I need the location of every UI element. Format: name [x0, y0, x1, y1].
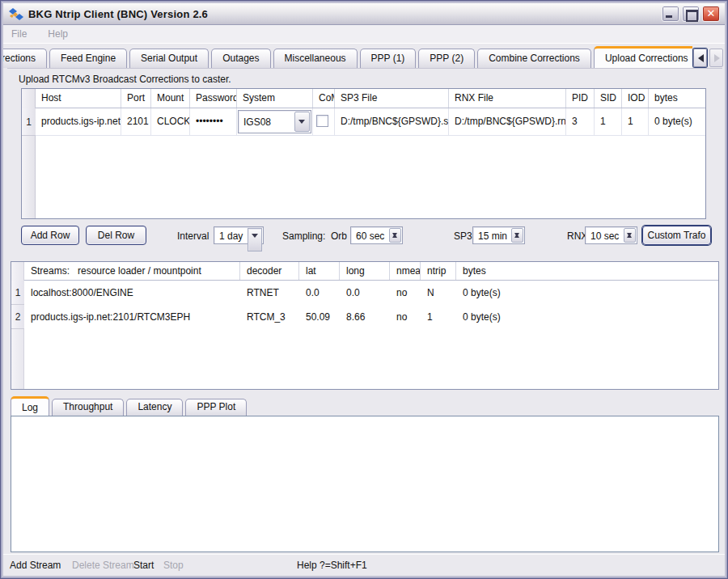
chevron-down-icon [252, 234, 258, 241]
stream-row[interactable]: products.igs-ip.net:2101/RTCM3EPH RTCM_3… [24, 305, 718, 329]
tab-log[interactable]: Log [11, 396, 49, 416]
col-system[interactable]: System [237, 89, 313, 108]
com-cell [313, 108, 335, 135]
col-streams[interactable]: Streams: resource loader / mountpoint [24, 262, 240, 280]
system-combobox[interactable]: IGS08 [238, 110, 311, 133]
decoder-cell: RTCM_3 [240, 305, 299, 329]
stream-row-number: 1 [11, 281, 24, 305]
tab-scroll-right-button[interactable] [709, 49, 723, 67]
streams-table-header: Streams: resource loader / mountpoint de… [24, 262, 718, 281]
sp3-spin-buttons[interactable] [511, 228, 523, 243]
col-port[interactable]: Port [121, 89, 151, 108]
bytes-cell[interactable]: 0 byte(s) [649, 108, 705, 135]
interval-label: Interval [177, 230, 209, 242]
window-title: BKG Ntrip Client (BNC) Version 2.6 [28, 8, 208, 20]
rnx-value: 10 sec [590, 230, 619, 242]
upload-table-header: Host Port Mount Password System CoM SP3 … [36, 89, 705, 108]
col-sp3-file[interactable]: SP3 File [335, 89, 449, 108]
tab-ppp-plot[interactable]: PPP Plot [185, 399, 247, 416]
combobox-dropdown-button[interactable] [294, 112, 310, 132]
decoder-cell: RTNET [240, 281, 299, 305]
menu-help[interactable]: Help [48, 28, 68, 40]
sp3-spinbox[interactable]: 15 min [472, 226, 525, 244]
orb-value: 60 sec [356, 230, 384, 242]
add-stream-action[interactable]: Add Stream [10, 560, 61, 571]
col-pid[interactable]: PID [566, 89, 595, 108]
tab-ppp-1[interactable]: PPP (1) [360, 49, 417, 68]
iod-cell[interactable]: 1 [622, 108, 649, 135]
log-panel[interactable] [11, 416, 719, 552]
tab-throughput[interactable]: Throughput [52, 399, 124, 416]
del-row-button[interactable]: Del Row [86, 226, 146, 245]
streams-table: Streams: resource loader / mountpoint de… [11, 261, 719, 390]
col-long[interactable]: long [340, 262, 390, 280]
col-com[interactable]: CoM [313, 89, 335, 108]
menu-file[interactable]: File [11, 28, 27, 40]
minimize-button[interactable] [662, 6, 679, 22]
rnx-file-cell[interactable]: D:/tmp/BNC${GPSWD}.rnx [449, 108, 566, 135]
custom-trafo-button[interactable]: Custom Trafo [642, 226, 711, 245]
col-rnx-file[interactable]: RNX File [449, 89, 566, 108]
col-ntrip[interactable]: ntrip [421, 262, 456, 280]
stream-row-number: 2 [11, 305, 24, 329]
pid-cell[interactable]: 3 [566, 108, 595, 135]
arrow-right-icon [714, 54, 720, 62]
orb-spinbox[interactable]: 60 sec [350, 226, 403, 244]
host-cell[interactable]: products.igs-ip.net [36, 108, 121, 135]
spin-down-icon [627, 233, 632, 239]
stop-action: Stop [163, 560, 184, 571]
tab-miscellaneous[interactable]: Miscellaneous [273, 49, 358, 68]
col-mount[interactable]: Mount [151, 89, 190, 108]
nmea-cell: no [390, 281, 421, 305]
lat-cell: 50.09 [299, 305, 340, 329]
port-cell[interactable]: 2101 [121, 108, 151, 135]
mount-cell[interactable]: CLOCK [151, 108, 190, 135]
long-cell: 8.66 [340, 305, 390, 329]
tab-latency[interactable]: Latency [126, 399, 183, 416]
stream-name-cell: localhost:8000/ENGINE [24, 281, 240, 305]
col-nmea[interactable]: nmea [390, 262, 421, 280]
bottom-tab-bar: Log Throughput Latency PPP Plot [11, 396, 247, 416]
tab-combine-corrections[interactable]: Combine Corrections [477, 49, 591, 68]
main-tab-bar: rections Feed Engine Serial Output Outag… [3, 46, 692, 68]
rnx-spinbox[interactable]: 10 sec [585, 226, 637, 244]
sp3-file-cell[interactable]: D:/tmp/BNC${GPSWD}.sp3 [335, 108, 449, 135]
orb-spin-buttons[interactable] [389, 228, 401, 243]
col-decoder[interactable]: decoder [240, 262, 299, 280]
col-password[interactable]: Password [190, 89, 237, 108]
orb-label: Orb [331, 230, 347, 242]
add-row-button[interactable]: Add Row [21, 226, 79, 245]
start-action[interactable]: Start [133, 560, 154, 571]
help-shortcut-label: Help ?=Shift+F1 [297, 560, 367, 571]
tab-upload-corrections[interactable]: Upload Corrections [594, 46, 692, 68]
password-cell[interactable]: •••••••• [190, 108, 237, 135]
tab-outages[interactable]: Outages [211, 49, 270, 68]
tab-scroll-left-button[interactable] [693, 49, 707, 67]
title-bar: BKG Ntrip Client (BNC) Version 2.6 ✕ [3, 3, 725, 25]
tab-serial-output[interactable]: Serial Output [129, 49, 209, 68]
ntrip-cell: 1 [421, 305, 456, 329]
col-bytes[interactable]: bytes [649, 89, 705, 108]
col-lat[interactable]: lat [299, 262, 340, 280]
col-iod[interactable]: IOD [622, 89, 649, 108]
system-cell: IGS08 [237, 108, 313, 135]
sampling-label: Sampling: [282, 230, 325, 242]
long-cell: 0.0 [340, 281, 390, 305]
col-stream-bytes[interactable]: bytes [456, 262, 718, 280]
delete-stream-action: Delete Stream [72, 560, 134, 571]
tab-feed-engine[interactable]: Feed Engine [49, 49, 127, 68]
interval-dropdown-button[interactable] [248, 228, 262, 251]
stream-bytes-cell: 0 byte(s) [456, 281, 718, 305]
com-checkbox[interactable] [316, 115, 328, 127]
stream-row[interactable]: localhost:8000/ENGINE RTNET 0.0 0.0 no N… [24, 281, 718, 305]
sid-cell[interactable]: 1 [595, 108, 622, 135]
col-sid[interactable]: SID [595, 89, 622, 108]
app-logo-icon [8, 7, 24, 21]
tab-corrections[interactable]: rections [3, 49, 47, 68]
rnx-spin-buttons[interactable] [624, 228, 636, 243]
interval-combobox[interactable]: 1 day [214, 226, 264, 244]
maximize-button[interactable] [682, 6, 700, 22]
tab-ppp-2[interactable]: PPP (2) [418, 49, 475, 68]
col-host[interactable]: Host [36, 89, 121, 108]
close-button[interactable]: ✕ [702, 6, 720, 22]
